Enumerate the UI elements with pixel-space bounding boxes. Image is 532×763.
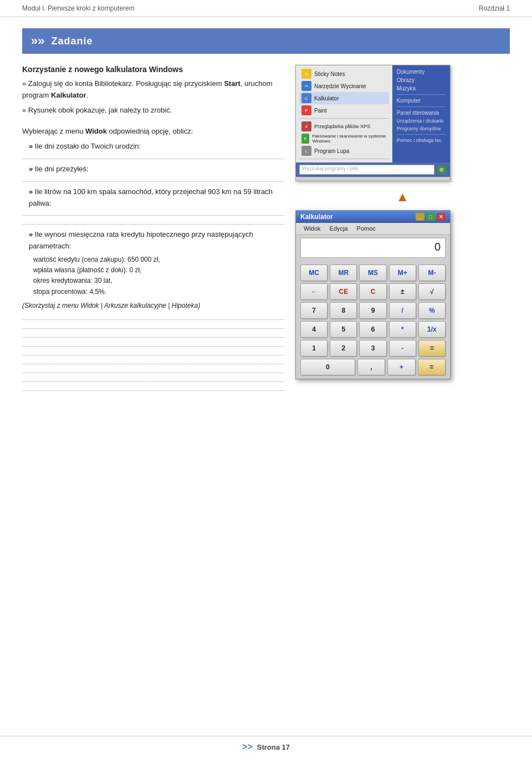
minimize-button[interactable]: _	[416, 213, 424, 221]
ans-line-g	[22, 369, 284, 373]
calc-row-789: 7 8 9 / %	[300, 302, 446, 319]
calc-btn-equals-2[interactable]: =	[418, 359, 446, 375]
calc-titlebar-buttons: _ □ ✕	[416, 213, 446, 221]
calc-btn-3[interactable]: 3	[359, 340, 386, 357]
ans-line-a	[22, 316, 284, 320]
close-button[interactable]: ✕	[437, 213, 446, 221]
calc-btn-equals[interactable]: =	[418, 340, 446, 357]
right-menu-dokumenty: Dokumenty	[397, 68, 446, 76]
start-menu-right-panel: Dokumenty Obrazy Muzyka Komputer Panel s…	[392, 65, 450, 162]
calc-btn-plus[interactable]: +	[387, 359, 415, 375]
calc-btn-2[interactable]: 2	[330, 340, 357, 357]
calc-titlebar: Kalkulator _ □ ✕	[296, 211, 450, 223]
calc-btn-decimal[interactable]: ,	[357, 359, 385, 375]
calc-btn-reciprocal[interactable]: 1/x	[418, 321, 446, 338]
calculator-window: Kalkulator _ □ ✕ Widok Edycja Pomoc 0	[295, 210, 451, 379]
calc-btn-1[interactable]: 1	[300, 340, 328, 357]
calc-btn-c[interactable]: C	[359, 283, 386, 300]
right-menu-programy: Programy domyślne	[397, 125, 446, 133]
calc-btn-mplus[interactable]: M+	[389, 264, 416, 281]
calc-btn-ms[interactable]: MS	[359, 264, 386, 281]
calc-btn-0[interactable]: 0	[300, 359, 355, 375]
calc-btn-mminus[interactable]: M-	[418, 264, 446, 281]
xps-icon: X	[301, 121, 311, 131]
ans-line-c	[22, 333, 284, 338]
footer-arrow-icon: >>	[242, 742, 253, 752]
calc-btn-ce[interactable]: CE	[330, 283, 357, 300]
zadanie-banner: »» Zadanie	[22, 28, 510, 54]
start-menu-footer: Wyszukaj programy i pliki ⊞	[296, 162, 450, 177]
paint-icon: P	[301, 105, 311, 115]
calc-row-456: 4 5 6 * 1/x	[300, 321, 446, 338]
arrow-indicator: ▲	[295, 189, 510, 205]
answer-line-2	[22, 177, 284, 182]
menu-item-xps: X Przeglądarka plików XPS	[299, 120, 389, 133]
calc-display: 0	[300, 238, 446, 258]
sticky-notes-icon: S	[301, 69, 311, 79]
calc-btn-plusminus[interactable]: ±	[389, 283, 416, 300]
task-2: Ile dni przeżyłeś:	[22, 164, 284, 175]
start-menu-left-panel: S Sticky Notes ✂ Narzędzie Wycinanie C K…	[296, 65, 392, 162]
calc-row-0: 0 , + =	[300, 359, 446, 375]
credit-details: wartość kredytu (cena zakupu): 650 000 z…	[22, 255, 284, 297]
start-button[interactable]: ⊞	[437, 166, 447, 174]
fax-icon: F	[301, 134, 309, 144]
left-column: Korzystanie z nowego kalkulatora Windows…	[22, 65, 284, 395]
calc-btn-8[interactable]: 8	[330, 302, 357, 319]
calc-btn-5[interactable]: 5	[330, 321, 357, 338]
zadanie-label: Zadanie	[51, 35, 93, 47]
section-title: Korzystanie z nowego kalkulatora Windows	[22, 65, 284, 74]
task-1: Ile dni zostało do Twoich urodzin:	[22, 141, 284, 152]
calc-btn-9[interactable]: 9	[359, 302, 386, 319]
sub-intro: Wybierając z menu Widok odpowiednią opcj…	[22, 126, 284, 138]
start-menu-search[interactable]: Wyszukaj programy i pliki	[299, 165, 434, 175]
menu-divider-1	[299, 118, 389, 119]
maximize-button[interactable]: □	[426, 213, 435, 221]
page-header: Moduł I. Pierwsze kroki z komputerem Roz…	[0, 0, 532, 17]
right-menu-obrazy: Obrazy	[397, 76, 446, 84]
calc-btn-4[interactable]: 4	[300, 321, 328, 338]
right-menu-divider-2	[397, 106, 446, 107]
calc-btn-minus[interactable]: -	[389, 340, 416, 357]
calc-btn-6[interactable]: 6	[359, 321, 386, 338]
menu-item-fax: F Faksowanie i skanowanie w systemie Win…	[299, 133, 389, 145]
chapter-title: Rozdział 1	[479, 4, 510, 12]
page-footer: >> Strona 17	[0, 736, 532, 752]
main-content: »» Zadanie Korzystanie z nowego kalkulat…	[0, 17, 532, 406]
ans-line-h	[22, 378, 284, 382]
calc-btn-backspace[interactable]: ←	[300, 283, 328, 300]
right-menu-panel: Panel sterowania	[397, 109, 446, 117]
menu-pomoc[interactable]: Pomoc	[352, 224, 380, 233]
calc-title: Kalkulator	[300, 213, 333, 221]
scissors-icon: ✂	[301, 81, 311, 91]
calc-btn-mul[interactable]: *	[389, 321, 416, 338]
two-column-layout: Korzystanie z nowego kalkulatora Windows…	[22, 65, 510, 395]
right-menu-urzadzenia: Urządzenia i drukarki	[397, 117, 446, 125]
calc-btn-mr[interactable]: MR	[330, 264, 357, 281]
calc-btn-div[interactable]: /	[389, 302, 416, 319]
answer-line-1	[22, 155, 284, 159]
calc-row-clear: ← CE C ± √	[300, 283, 446, 300]
right-menu-divider-1	[397, 94, 446, 95]
calc-row-123: 1 2 3 - =	[300, 340, 446, 357]
menu-widok[interactable]: Widok	[299, 224, 325, 233]
zadanie-arrow-icon: »»	[31, 34, 44, 48]
note-text: (Skorzystaj z menu Widok | Arkusze kalku…	[22, 301, 284, 311]
menu-divider-2	[299, 159, 389, 159]
calc-btn-mc[interactable]: MC	[300, 264, 328, 281]
calc-display-area: 0	[296, 235, 450, 261]
ans-line-f	[22, 360, 284, 364]
calc-menubar: Widok Edycja Pomoc	[296, 223, 450, 235]
calc-btn-percent[interactable]: %	[418, 302, 446, 319]
right-column: S Sticky Notes ✂ Narzędzie Wycinanie C K…	[295, 65, 510, 379]
instruction-2: » Rysunek obok pokazuje, jak należy to z…	[22, 105, 284, 116]
menu-item-sticky-notes: S Sticky Notes	[299, 68, 389, 80]
calc-row-memory: MC MR MS M+ M-	[300, 264, 446, 281]
calc-btn-sqrt[interactable]: √	[418, 283, 446, 300]
instruction-1: » Zaloguj się do konta Bibliotekarz. Pos…	[22, 78, 284, 101]
ans-line-e	[22, 351, 284, 355]
right-menu-komputer: Komputer	[397, 96, 446, 105]
menu-edycja[interactable]: Edycja	[325, 224, 352, 233]
menu-item-scissors: ✂ Narzędzie Wycinanie	[299, 80, 389, 92]
calc-btn-7[interactable]: 7	[300, 302, 328, 319]
